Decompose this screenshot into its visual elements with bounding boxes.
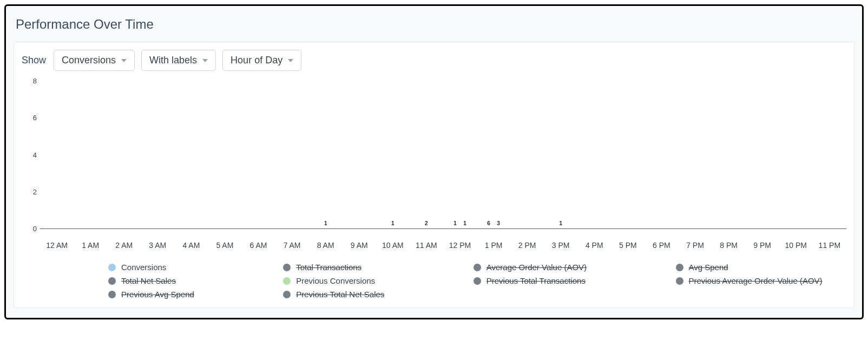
metric-dropdown[interactable]: Conversions [54, 50, 135, 71]
legend-label: Avg Spend [689, 263, 728, 272]
chart-column [107, 74, 141, 228]
chart-column [746, 74, 779, 228]
chart-column [241, 74, 275, 228]
x-tick: 7 PM [678, 239, 712, 250]
legend-item[interactable]: Previous Conversions [283, 276, 409, 285]
chart-column [275, 74, 309, 228]
bar-label: 1 [463, 220, 466, 226]
x-tick: 6 PM [645, 239, 678, 250]
legend-label: Previous Avg Spend [121, 290, 194, 299]
chart-column [510, 74, 544, 228]
x-tick: 6 AM [241, 239, 275, 250]
legend-item[interactable]: Conversions [108, 263, 218, 272]
chart-column [712, 74, 746, 228]
legend-item[interactable]: Previous Total Net Sales [283, 290, 409, 299]
legend-item[interactable]: Previous Average Order Value (AOV) [676, 276, 846, 285]
legend-dot-icon [108, 277, 116, 285]
x-tick: 9 AM [343, 239, 376, 250]
x-tick: 11 AM [410, 239, 443, 250]
plot-area: 11211631 [40, 74, 846, 229]
legend-label: Previous Total Transactions [486, 276, 586, 285]
chevron-down-icon [288, 59, 293, 62]
x-tick: 12 AM [40, 239, 74, 250]
chart-column: 1 [544, 74, 577, 228]
bar-label: 6 [487, 220, 490, 226]
chart-column [74, 74, 107, 228]
chart-column [208, 74, 241, 228]
x-tick: 12 PM [443, 239, 477, 250]
x-tick: 10 AM [376, 239, 410, 250]
granularity-value: Hour of Day [231, 55, 282, 66]
chart-column [174, 74, 208, 228]
chart: 86420 11211631 12 AM1 AM2 AM3 AM4 AM5 AM… [22, 74, 846, 299]
chart-column [141, 74, 174, 228]
legend-item[interactable]: Total Net Sales [108, 276, 218, 285]
bar-label: 1 [559, 220, 562, 226]
chart-column [577, 74, 611, 228]
chart-column [779, 74, 813, 228]
bar-label: 1 [324, 220, 327, 226]
legend-item[interactable]: Previous Avg Spend [108, 290, 218, 299]
y-tick: 6 [25, 114, 37, 121]
y-tick: 8 [25, 77, 37, 84]
x-tick: 8 AM [309, 239, 343, 250]
chart-column: 63 [477, 74, 510, 228]
legend-dot-icon [474, 264, 481, 271]
chart-column [40, 74, 74, 228]
x-axis: 12 AM1 AM2 AM3 AM4 AM5 AM6 AM7 AM8 AM9 A… [40, 239, 846, 250]
x-tick: 11 PM [813, 239, 846, 250]
page-outer: Performance Over Time Show Conversions W… [4, 4, 864, 319]
bar-label: 1 [391, 220, 394, 226]
chart-panel: Show Conversions With labels Hour of Day… [14, 42, 854, 308]
legend-dot-icon [283, 264, 291, 271]
metric-value: Conversions [62, 55, 116, 66]
y-axis: 86420 [25, 74, 37, 229]
columns: 11211631 [40, 74, 846, 228]
chevron-down-icon [121, 59, 127, 62]
chart-column: 1 [309, 74, 343, 228]
bar-label: 2 [425, 220, 428, 226]
x-tick: 1 AM [74, 239, 107, 250]
legend-label: Previous Total Net Sales [296, 290, 384, 299]
chart-column [343, 74, 376, 228]
labels-value: With labels [149, 55, 197, 66]
x-tick: 8 PM [712, 239, 746, 250]
legend-label: Total Net Sales [121, 276, 176, 285]
x-tick: 2 AM [107, 239, 141, 250]
legend-dot-icon [283, 277, 291, 285]
legend-label: Previous Average Order Value (AOV) [689, 276, 823, 285]
y-tick: 2 [25, 188, 37, 195]
legend-label: Average Order Value (AOV) [486, 263, 587, 272]
controls-row: Show Conversions With labels Hour of Day [22, 50, 846, 71]
bar-label: 1 [453, 220, 457, 226]
x-tick: 7 AM [275, 239, 309, 250]
x-tick: 2 PM [510, 239, 544, 250]
bar-label: 3 [497, 220, 500, 226]
legend-item[interactable]: Previous Total Transactions [474, 276, 611, 285]
legend-dot-icon [676, 264, 683, 271]
chart-column [611, 74, 645, 228]
x-tick: 5 PM [611, 239, 645, 250]
granularity-dropdown[interactable]: Hour of Day [222, 50, 301, 71]
labels-dropdown[interactable]: With labels [141, 50, 216, 71]
x-tick: 4 PM [577, 239, 611, 250]
legend-dot-icon [676, 277, 683, 285]
legend-item[interactable]: Avg Spend [676, 263, 846, 272]
chart-column: 1 [376, 74, 410, 228]
chart-column [813, 74, 846, 228]
x-tick: 5 AM [208, 239, 241, 250]
legend-dot-icon [108, 291, 116, 298]
chart-column [645, 74, 678, 228]
legend: ConversionsTotal TransactionsAverage Ord… [108, 263, 846, 299]
legend-dot-icon [474, 277, 481, 285]
x-tick: 3 AM [141, 239, 174, 250]
legend-label: Total Transactions [296, 263, 361, 272]
x-tick: 10 PM [779, 239, 813, 250]
legend-label: Previous Conversions [296, 276, 375, 285]
legend-item[interactable]: Total Transactions [283, 263, 409, 272]
legend-label: Conversions [121, 263, 166, 272]
page-title: Performance Over Time [8, 12, 860, 42]
legend-item[interactable]: Average Order Value (AOV) [474, 263, 611, 272]
x-tick: 1 PM [477, 239, 510, 250]
chart-area: 86420 11211631 [40, 74, 846, 237]
